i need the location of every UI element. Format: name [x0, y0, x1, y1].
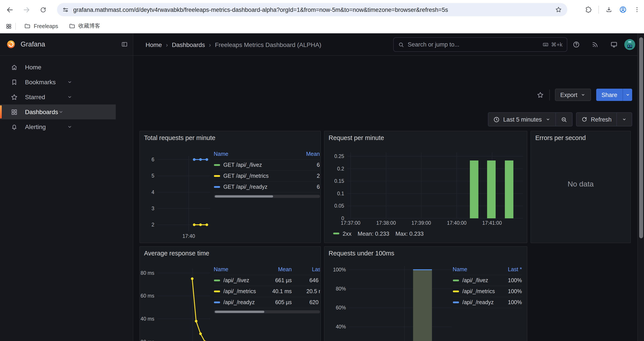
- chevron-down-icon[interactable]: [10, 94, 129, 100]
- series-name[interactable]: GET /api/_/readyz: [223, 184, 268, 190]
- series-name[interactable]: GET /api/_/metrics: [223, 173, 269, 179]
- search-input[interactable]: Search or jump to... ⌘+k: [393, 37, 567, 52]
- panel-total-requests: Total requests per minute 2345617:40 Nam…: [139, 131, 321, 243]
- legend-value: 646 µs: [292, 277, 320, 283]
- legend-header-cell[interactable]: Last *: [292, 266, 320, 272]
- chevron-down-icon[interactable]: [10, 79, 129, 85]
- legend-row[interactable]: /api/_/readyz605 µs620 µs: [214, 297, 320, 308]
- sidebar-item-home[interactable]: Home: [0, 60, 133, 75]
- extensions-icon[interactable]: [585, 6, 592, 13]
- share-button[interactable]: Share: [596, 89, 622, 101]
- legend-row[interactable]: /api/_/readyz100%: [453, 297, 522, 308]
- bookmark-star-icon[interactable]: [555, 6, 562, 13]
- home-icon: [10, 63, 18, 71]
- legend-header-cell[interactable]: Name: [214, 151, 295, 157]
- chevron-down-icon[interactable]: [10, 109, 111, 115]
- browser-menu-icon[interactable]: [634, 6, 640, 13]
- chevron-down-icon: [622, 117, 627, 122]
- series-color-marker: [214, 186, 220, 188]
- series-name[interactable]: /api/_/livez: [223, 277, 249, 283]
- legend-scrollbar-thumb[interactable]: [214, 195, 273, 197]
- help-icon[interactable]: [572, 41, 580, 48]
- svg-text:17:40: 17:40: [182, 233, 195, 239]
- legend-header-cell[interactable]: Last *: [502, 266, 522, 272]
- time-range-picker[interactable]: Last 5 minutes: [488, 113, 556, 126]
- legend-value: 6: [295, 162, 320, 168]
- favorite-star-icon[interactable]: [536, 91, 544, 99]
- series-color-marker: [333, 233, 339, 234]
- series-name[interactable]: /api/_/readyz: [462, 299, 494, 305]
- panel-requests-under-100ms: Requests under 100ms 0%20%40%60%80%100%1…: [324, 246, 527, 341]
- refresh-interval-caret[interactable]: [617, 113, 632, 126]
- rss-icon[interactable]: [592, 41, 599, 48]
- legend-row[interactable]: /api/_/livez661 µs646 µs: [214, 275, 320, 286]
- series-name[interactable]: /api/_/livez: [462, 277, 488, 283]
- series-name[interactable]: /api/_/metrics: [223, 288, 256, 294]
- series-name[interactable]: /api/_/readyz: [223, 299, 255, 305]
- apps-grid-icon[interactable]: [6, 23, 12, 29]
- legend-header-cell[interactable]: Name: [453, 266, 502, 272]
- refresh-button[interactable]: Refresh: [576, 113, 616, 126]
- legend-series[interactable]: 2xx: [333, 230, 351, 237]
- legend-row[interactable]: GET /api/_/readyz6: [214, 181, 320, 192]
- legend-row[interactable]: /api/_/metrics40.1 ms20.5 ms: [214, 286, 320, 297]
- legend-value: 6: [295, 184, 320, 190]
- breadcrumb-item-1[interactable]: Dashboards: [172, 41, 205, 48]
- svg-text:60 ms: 60 ms: [140, 293, 154, 299]
- legend-header-cell[interactable]: Mean: [266, 266, 292, 272]
- request-per-minute-chart[interactable]: 00.050.10.150.20.2517:37:0017:38:0017:39…: [324, 131, 527, 242]
- address-bar[interactable]: grafana.mathmast.com/d/deytv4rwavabkb/fr…: [57, 3, 567, 16]
- bookmark-folder-1[interactable]: 收藏博客: [65, 21, 104, 32]
- dashboard-canvas: Export Share Last 5 minutes: [133, 56, 638, 341]
- share-menu-caret[interactable]: [622, 89, 632, 101]
- page-scrollbar[interactable]: [638, 33, 644, 341]
- series-color-marker: [214, 164, 220, 166]
- legend-table: NameMeanGET /api/_/livez6GET /api/_/metr…: [214, 149, 320, 198]
- sidebar-collapse-icon[interactable]: [121, 41, 128, 48]
- profile-icon[interactable]: [619, 6, 627, 14]
- legend-line: 2xx Mean: 0.233 Max: 0.233: [333, 230, 424, 237]
- svg-text:5: 5: [151, 173, 154, 178]
- downloads-icon[interactable]: [606, 6, 612, 13]
- svg-text:6: 6: [151, 156, 154, 162]
- grafana-logo-icon[interactable]: [6, 40, 16, 49]
- legend-row[interactable]: GET /api/_/livez6: [214, 160, 320, 171]
- legend-row[interactable]: /api/_/metrics100%: [453, 286, 522, 297]
- legend-scrollbar-thumb[interactable]: [214, 311, 264, 313]
- legend-scrollbar[interactable]: [214, 195, 320, 198]
- sidebar-item-dashboards[interactable]: Dashboards: [0, 104, 116, 119]
- forward-icon[interactable]: [21, 5, 32, 15]
- sidebar-item-alerting[interactable]: Alerting: [0, 119, 133, 134]
- series-name[interactable]: GET /api/_/livez: [223, 162, 262, 168]
- legend-table: NameLast */api/_/livez100%/api/_/metrics…: [453, 264, 522, 308]
- bookmark-folder-0[interactable]: Freeleaps: [20, 21, 62, 31]
- export-button[interactable]: Export: [555, 89, 591, 101]
- legend-header-cell[interactable]: Name: [214, 266, 266, 272]
- svg-text:0.15: 0.15: [334, 178, 344, 184]
- url-text[interactable]: grafana.mathmast.com/d/deytv4rwavabkb/fr…: [73, 6, 555, 13]
- grafana-brand: Grafana: [0, 33, 133, 56]
- svg-text:4: 4: [151, 189, 154, 195]
- svg-text:0.2: 0.2: [337, 166, 344, 171]
- sidebar-item-bookmarks[interactable]: Bookmarks: [0, 75, 133, 90]
- breadcrumb-item-2: Freeleaps Metrics Dashboard (ALPHA): [215, 41, 321, 48]
- sidebar-nav: HomeBookmarksStarredDashboardsAlerting: [0, 60, 133, 134]
- sidebar-item-starred[interactable]: Starred: [0, 90, 133, 104]
- zoom-out-button[interactable]: [556, 113, 572, 126]
- legend-mean: Mean: 0.233: [358, 230, 389, 237]
- breadcrumb-item-0[interactable]: Home: [146, 41, 162, 48]
- chevron-down-icon[interactable]: [10, 124, 129, 130]
- scrollbar-thumb[interactable]: [639, 37, 643, 238]
- legend-header-cell[interactable]: Mean: [295, 151, 320, 157]
- user-avatar[interactable]: [624, 39, 635, 50]
- monitor-icon[interactable]: [610, 41, 618, 48]
- reload-icon[interactable]: [38, 5, 48, 15]
- legend-row[interactable]: /api/_/livez100%: [453, 275, 522, 286]
- legend-row[interactable]: GET /api/_/metrics2: [214, 171, 320, 181]
- panel-title[interactable]: Errors per second: [535, 134, 586, 141]
- site-settings-icon[interactable]: [62, 6, 69, 13]
- legend-scrollbar[interactable]: [214, 310, 320, 313]
- series-name[interactable]: /api/_/metrics: [462, 288, 495, 294]
- back-icon[interactable]: [4, 5, 15, 15]
- folder-icon: [24, 23, 31, 30]
